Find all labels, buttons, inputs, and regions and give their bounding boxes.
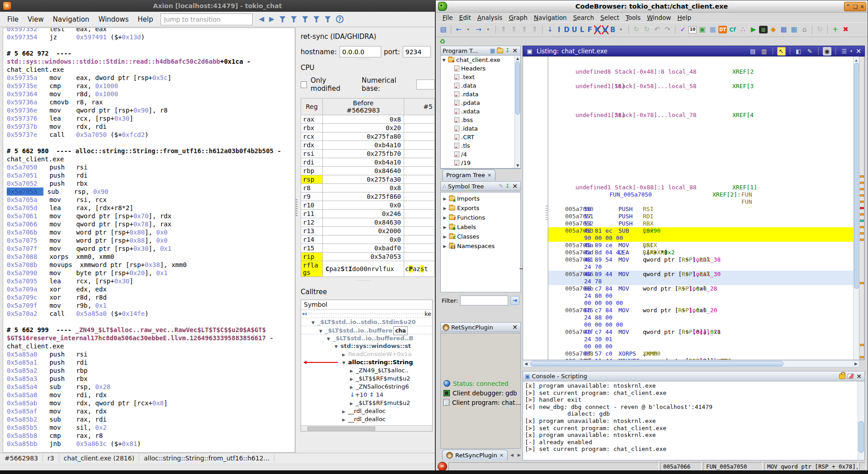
scroll-right-icon[interactable]: ▶ bbox=[854, 361, 858, 366]
menu-edit[interactable]: Edit bbox=[456, 13, 474, 22]
disasm-line[interactable]: 0x597364 mov r8d, 0x1000 bbox=[3, 90, 295, 98]
register-row[interactable]: rdi0xb4a10 bbox=[301, 158, 435, 167]
table-icon[interactable]: ▦ bbox=[708, 25, 717, 34]
listing-instruction-row[interactable]: 005a705a48 89 ceMOVRSI,RCX bbox=[548, 242, 853, 249]
menu-graph[interactable]: Graph bbox=[505, 13, 530, 22]
disasm-line[interactable]: 0x5a85a4 sub rsp, 0x28 bbox=[3, 383, 295, 391]
overview-marker[interactable] bbox=[860, 201, 864, 203]
menu-windows[interactable]: Windows bbox=[94, 13, 133, 26]
refresh-disabled-icon[interactable]: ↻ bbox=[815, 25, 825, 34]
close-button[interactable]: ✕ bbox=[860, 4, 864, 9]
disasm-line[interactable]: 0x59737b mov rdx, rdi bbox=[3, 122, 295, 131]
disasm-line[interactable]: 0x5a7053 sub rsp, 0x90 bbox=[3, 188, 295, 196]
table-export-icon[interactable]: ▦ bbox=[789, 25, 799, 34]
snapshot-camera-icon[interactable]: ◉ bbox=[823, 47, 831, 56]
register-row[interactable]: rsp0x275fa30 bbox=[301, 175, 435, 184]
overview-marker[interactable] bbox=[860, 232, 864, 235]
disasm-line[interactable]: 0x5a707f mov qword ptr [rsp+0x30], 0x1 bbox=[3, 244, 295, 253]
listing-hscrollbar[interactable]: ◀ ▶ bbox=[523, 360, 859, 367]
register-row[interactable]: r90x275f860 bbox=[301, 192, 435, 201]
register-row[interactable]: r130x2000 bbox=[301, 227, 435, 235]
filter-down-icon[interactable] bbox=[302, 16, 308, 23]
chevron-right-icon[interactable]: ▶ bbox=[350, 399, 356, 408]
calltree-item[interactable]: ▶__rdl_dealloc bbox=[301, 407, 432, 415]
disasm-line[interactable]: 0x5a705a mov rsi, rcx bbox=[3, 196, 295, 204]
disasm-line[interactable]: 0x5a7095 lea rcx, [rsp+0x30] bbox=[3, 277, 295, 285]
symbol-filter-input[interactable] bbox=[460, 296, 508, 305]
tab-retsync-plugin[interactable]: RetSyncPlugin× bbox=[442, 450, 508, 460]
merge-icon[interactable]: ↻ bbox=[632, 25, 641, 34]
disasm-line[interactable]: 0x5a7090 mov byte ptr [rsp+0x20], 0x1 bbox=[3, 269, 295, 277]
clear-console-icon[interactable] bbox=[847, 374, 854, 379]
mark-as-i-icon[interactable]: I bbox=[556, 25, 562, 34]
refresh-icon[interactable]: ♻ bbox=[439, 38, 445, 46]
register-row[interactable]: r100x0 bbox=[301, 201, 435, 210]
tree-item-section[interactable]: .pdata bbox=[441, 99, 520, 107]
disasm-line[interactable]: 0x5a7051 push rdi bbox=[3, 171, 295, 179]
disasm-line[interactable]: 0x5a85b5 mov sil, 0x2 bbox=[3, 423, 295, 432]
calltree-item[interactable]: ▶ReadConsoleW+0x1a bbox=[301, 350, 432, 358]
disasm-line[interactable]: 0x5a85a0 push rsi bbox=[3, 350, 295, 358]
overview-marker[interactable] bbox=[860, 356, 864, 358]
menu-help[interactable]: Help bbox=[133, 13, 158, 26]
scroll-up-icon[interactable]: ▲ bbox=[515, 56, 520, 61]
scroll-down-icon[interactable]: ▼ bbox=[515, 164, 520, 168]
register-row[interactable]: r150xbadf0 bbox=[301, 244, 435, 253]
restore-button[interactable]: ❏ bbox=[853, 4, 858, 9]
menu-navigation[interactable]: Navigation bbox=[531, 13, 570, 22]
disasm-line[interactable]: 0x5a709c xor r8d, r8d bbox=[3, 293, 295, 301]
mark-as-k-icon[interactable]: K bbox=[594, 25, 601, 34]
disasm-line[interactable]: 0x597354 jz 0x597491 ($+0x13d) bbox=[3, 33, 295, 41]
close-icon[interactable]: ✖ bbox=[841, 25, 850, 34]
disasm-line[interactable]: 0x5a85a2 push rbp bbox=[3, 366, 295, 375]
listing-instruction-row[interactable]: 005a70880f 57 c0XORPSXMM0,XMM0 bbox=[548, 350, 853, 357]
disasm-line[interactable]: 0x5a706b mov word ptr [rsp+0x80], 0x0 bbox=[3, 228, 295, 236]
listing-splitter-handle[interactable] bbox=[546, 206, 547, 221]
disasm-line[interactable]: 0x5a7050 push rsi bbox=[3, 163, 295, 171]
out-module-icon[interactable]: ⇑ bbox=[499, 25, 508, 34]
chevron-right-icon[interactable]: ▶ bbox=[350, 383, 356, 391]
tree-item-section[interactable]: .data bbox=[441, 81, 520, 90]
edit-listing-icon[interactable]: ✎ bbox=[806, 47, 814, 56]
overview-marker[interactable] bbox=[860, 239, 864, 241]
trace-disassembly-pane[interactable]: 0x597352 test eax, eax0x597354 jz 0x5974… bbox=[3, 28, 295, 453]
edit-icon[interactable]: ✎ bbox=[499, 183, 503, 189]
menu-file[interactable]: File bbox=[3, 13, 23, 26]
chevron-right-icon[interactable]: ▶ bbox=[342, 408, 348, 416]
listing-variable-row[interactable]: undefined1[16]Stack[-0x58]...local_58XRE… bbox=[548, 83, 853, 90]
menu-view[interactable]: View bbox=[23, 13, 48, 26]
script-icon[interactable]: ▣ bbox=[698, 25, 707, 34]
disasm-line[interactable]: 0x59737e call 0x5a7050 ($+0xfcd2) bbox=[3, 131, 295, 139]
chevron-right-icon[interactable]: ▶ bbox=[443, 225, 447, 230]
in-function-icon[interactable]: ⇑ bbox=[530, 25, 539, 34]
disasm-line[interactable]: 0x5a7088 xorps xmm0, xmm0 bbox=[3, 253, 295, 261]
tab-program-tree[interactable]: Program Tree× bbox=[442, 169, 495, 180]
tree-item-section[interactable]: .CRT bbox=[441, 133, 520, 141]
register-row[interactable]: rax0x8 bbox=[301, 115, 435, 124]
chevron-right-icon[interactable]: ▶ bbox=[342, 351, 348, 359]
menu-select[interactable]: Select bbox=[597, 13, 623, 22]
disasm-line[interactable]: 0x5a708b movups xmmword ptr [rsp+0x38], … bbox=[3, 261, 295, 269]
tree-item-root[interactable]: ▼➤chat_client.exe bbox=[441, 56, 520, 64]
disasm-line[interactable]: 0x5a85a3 push rbx bbox=[3, 375, 295, 383]
chevron-right-icon[interactable]: ▶ bbox=[350, 375, 356, 383]
calltree-item[interactable]: ▼_$LT$std..io..stdio..Stdin$u20 bbox=[301, 318, 432, 326]
register-row[interactable]: rbp0x84640 bbox=[301, 167, 435, 175]
letters-dropdown-icon[interactable]: ▾ bbox=[616, 25, 626, 34]
tree-item-functions[interactable]: ▶fFunctions bbox=[441, 213, 520, 222]
filter-transitions-icon[interactable] bbox=[279, 16, 286, 23]
copy-icon[interactable]: ▤ bbox=[749, 47, 757, 56]
tree-item-exports[interactable]: ▶Exports bbox=[441, 203, 520, 213]
disasm-line[interactable]: 0x59736e mov qword ptr [rsp+0x90], r8 bbox=[3, 106, 295, 114]
calltree-return-row[interactable]: ↤ke bbox=[301, 310, 432, 318]
disasm-line[interactable]: 0x5a85bb jnb 0x5a863c ($+0x81) bbox=[3, 440, 295, 448]
listing-instruction-row[interactable]: 005a706148 89 5424 70MOVqword ptr [RSP +… bbox=[548, 256, 853, 271]
overview-marker[interactable] bbox=[860, 226, 864, 228]
cursor-tool-icon[interactable]: ↖ bbox=[777, 47, 786, 56]
axion-titlebar[interactable]: Axion [localhost:41479] - tokio_chat bbox=[0, 0, 435, 12]
calltree-item[interactable]: ▶_$LT$$RF$mut$u2 bbox=[301, 375, 432, 383]
disasm-line[interactable]: 0x59736a cmovb r8, rax bbox=[3, 98, 295, 106]
tree-item-section[interactable]: .text bbox=[441, 73, 520, 81]
disasm-line[interactable]: 0x5a7052 push rbx bbox=[3, 179, 295, 188]
filter-up-icon[interactable] bbox=[313, 16, 320, 23]
